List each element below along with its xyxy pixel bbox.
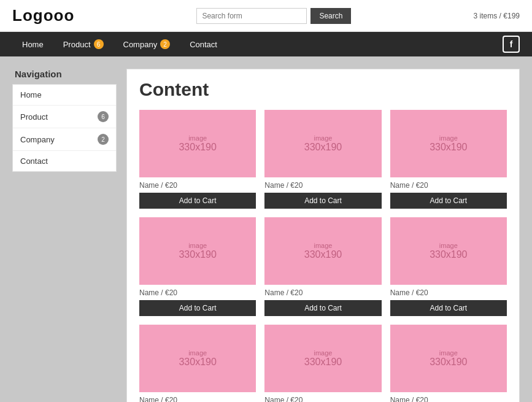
nav-item-home[interactable]: Home: [12, 33, 53, 56]
product-image: image 330x190: [264, 217, 381, 285]
product-image: image 330x190: [139, 217, 256, 285]
search-area: Search: [196, 8, 351, 24]
product-card: image 330x190 Name / €20 Add to Cart: [390, 217, 507, 316]
sidebar-item-company[interactable]: Company 2: [13, 128, 116, 151]
product-card: image 330x190 Name / €20 Add to Cart: [139, 110, 256, 209]
add-to-cart-button[interactable]: Add to Cart: [390, 193, 507, 209]
product-image: image 330x190: [390, 110, 507, 177]
product-card: image 330x190 Name / €20 Add to Cart: [264, 217, 381, 316]
sidebar-badge-company: 2: [98, 134, 109, 145]
nav-items: Home Product 6 Company 2 Contact: [12, 32, 227, 56]
image-size: 330x190: [430, 249, 467, 260]
product-image: image 330x190: [139, 325, 256, 392]
product-image: image 330x190: [264, 110, 381, 177]
product-name: Name / €20: [139, 396, 256, 402]
content-title: Content: [139, 79, 507, 100]
sidebar-title: Navigation: [12, 69, 117, 79]
nav-item-product[interactable]: Product 6: [53, 32, 114, 56]
page-wrapper: Logooo Search 3 items / €199 Home Produc…: [0, 0, 532, 402]
product-name: Name / €20: [390, 181, 507, 190]
sidebar: Navigation Home Product 6 Company 2 Cont…: [12, 69, 117, 402]
image-label: image: [188, 134, 207, 142]
sidebar-item-contact[interactable]: Contact: [13, 151, 116, 171]
nav-item-company[interactable]: Company 2: [114, 32, 180, 56]
image-label: image: [439, 242, 458, 249]
image-label: image: [314, 349, 333, 357]
nav-item-contact[interactable]: Contact: [180, 33, 227, 56]
sidebar-item-company-label: Company: [20, 135, 55, 144]
sidebar-badge-product: 6: [98, 111, 109, 122]
image-label: image: [314, 242, 333, 249]
image-size: 330x190: [304, 249, 342, 260]
header: Logooo Search 3 items / €199: [0, 0, 532, 32]
image-size: 330x190: [179, 249, 216, 260]
navbar: Home Product 6 Company 2 Contact f: [0, 32, 532, 56]
product-name: Name / €20: [264, 181, 381, 190]
product-card: image 330x190 Name / €20 Add to Cart: [390, 325, 507, 402]
image-label: image: [188, 242, 207, 249]
product-name: Name / €20: [139, 181, 256, 190]
product-card: image 330x190 Name / €20 Add to Cart: [139, 325, 256, 402]
add-to-cart-button[interactable]: Add to Cart: [264, 300, 381, 316]
search-button[interactable]: Search: [310, 8, 351, 24]
product-name: Name / €20: [390, 288, 507, 297]
product-image: image 330x190: [390, 217, 507, 285]
nav-badge-company: 2: [160, 39, 170, 49]
image-size: 330x190: [179, 357, 216, 368]
image-label: image: [439, 134, 458, 142]
add-to-cart-button[interactable]: Add to Cart: [264, 193, 381, 209]
sidebar-nav: Home Product 6 Company 2 Contact: [12, 84, 117, 172]
image-size: 330x190: [179, 142, 216, 153]
add-to-cart-button[interactable]: Add to Cart: [139, 300, 256, 316]
image-label: image: [439, 349, 458, 357]
image-size: 330x190: [304, 357, 342, 368]
logo: Logooo: [12, 6, 74, 25]
nav-badge-product: 6: [94, 39, 104, 49]
sidebar-item-home[interactable]: Home: [13, 85, 116, 106]
product-name: Name / €20: [390, 396, 507, 402]
product-name: Name / €20: [139, 288, 256, 297]
add-to-cart-button[interactable]: Add to Cart: [139, 193, 256, 209]
product-grid: image 330x190 Name / €20 Add to Cart ima…: [139, 110, 507, 402]
product-card: image 330x190 Name / €20 Add to Cart: [390, 110, 507, 209]
sidebar-item-contact-label: Contact: [20, 157, 48, 166]
product-card: image 330x190 Name / €20 Add to Cart: [139, 217, 256, 316]
product-name: Name / €20: [264, 396, 381, 402]
product-image: image 330x190: [264, 325, 381, 392]
image-size: 330x190: [430, 142, 467, 153]
product-card: image 330x190 Name / €20 Add to Cart: [264, 325, 381, 402]
add-to-cart-button[interactable]: Add to Cart: [390, 300, 507, 316]
image-label: image: [314, 134, 333, 142]
search-input[interactable]: [196, 8, 307, 24]
cart-info: 3 items / €199: [474, 12, 520, 20]
product-name: Name / €20: [264, 288, 381, 297]
facebook-icon[interactable]: f: [503, 36, 520, 53]
product-card: image 330x190 Name / €20 Add to Cart: [264, 110, 381, 209]
sidebar-item-product-label: Product: [20, 112, 48, 122]
content-area: Content image 330x190 Name / €20 Add to …: [126, 69, 520, 402]
main-content: Navigation Home Product 6 Company 2 Cont…: [0, 56, 532, 402]
image-size: 330x190: [304, 142, 342, 153]
image-label: image: [188, 349, 207, 357]
product-image: image 330x190: [139, 110, 256, 177]
product-image: image 330x190: [390, 325, 507, 392]
sidebar-item-home-label: Home: [20, 90, 42, 99]
image-size: 330x190: [430, 357, 467, 368]
sidebar-item-product[interactable]: Product 6: [13, 106, 116, 128]
